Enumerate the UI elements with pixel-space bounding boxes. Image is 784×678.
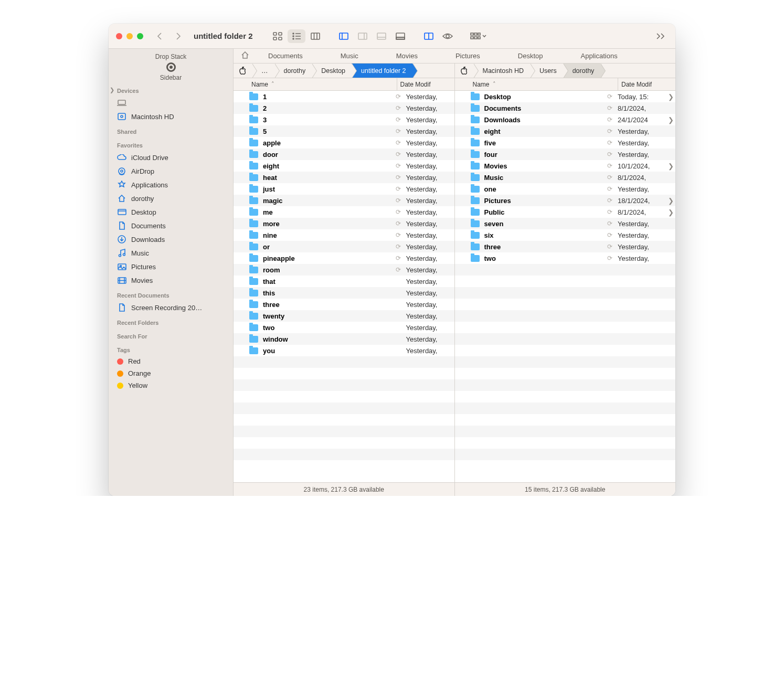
sidebar-item[interactable]: Downloads — [109, 232, 233, 246]
arrange-button[interactable] — [467, 29, 490, 43]
file-list-right[interactable]: Desktop⟳Today, 15:❯Documents⟳8/1/2024,Do… — [455, 91, 676, 482]
dual-pane-toggle[interactable] — [420, 29, 438, 43]
sidebar-item[interactable]: Screen Recording 20… — [109, 301, 233, 314]
file-row[interactable]: windowYesterday, — [234, 333, 454, 345]
quicklook-icon[interactable] — [439, 29, 457, 43]
view-icons[interactable] — [269, 29, 287, 43]
panel-bottom[interactable] — [391, 29, 409, 43]
file-row — [234, 414, 454, 426]
folder-icon — [471, 197, 481, 204]
file-row[interactable]: door⟳Yesterday, — [234, 149, 454, 160]
file-row[interactable]: apple⟳Yesterday, — [234, 137, 454, 149]
sidebar-item[interactable] — [109, 96, 233, 110]
sidebar-item[interactable]: dorothy — [109, 192, 233, 205]
column-header[interactable]: Name˄ Date Modif — [234, 78, 454, 91]
drop-stack-icon[interactable] — [166, 62, 176, 72]
tab-item[interactable]: Music — [341, 52, 358, 60]
back-button[interactable] — [153, 29, 166, 43]
file-row[interactable]: 1⟳Yesterday, — [234, 91, 454, 102]
file-row[interactable]: pineapple⟳Yesterday, — [234, 252, 454, 264]
file-row[interactable]: just⟳Yesterday, — [234, 183, 454, 195]
tab-item[interactable]: Desktop — [518, 52, 543, 60]
file-row[interactable]: seven⟳Yesterday, — [455, 218, 676, 229]
file-row[interactable]: 2⟳Yesterday, — [234, 102, 454, 114]
minimize-button[interactable] — [126, 33, 133, 39]
file-row[interactable]: nine⟳Yesterday, — [234, 229, 454, 241]
breadcrumb-item[interactable]: Macintosh HD — [473, 63, 531, 78]
file-list-left[interactable]: 1⟳Yesterday,2⟳Yesterday,3⟳Yesterday,5⟳Ye… — [234, 91, 454, 482]
tab-item[interactable]: Applications — [581, 52, 618, 60]
sidebar-item[interactable]: Movies — [109, 273, 233, 287]
file-row[interactable]: thatYesterday, — [234, 276, 454, 287]
sidebar-item[interactable]: AirDrop — [109, 164, 233, 178]
sidebar-collapse-icon[interactable]: ❯ — [110, 87, 114, 93]
breadcrumb-item[interactable]: dorothy — [274, 63, 312, 78]
tab-item[interactable]: Movies — [396, 52, 418, 60]
sidebar-item[interactable]: Pictures — [109, 260, 233, 273]
file-row[interactable]: Pictures⟳18/1/2024,❯ — [455, 195, 676, 206]
date-modified: Yesterday, — [403, 278, 454, 285]
close-button[interactable] — [116, 33, 122, 39]
tab-item[interactable]: Documents — [268, 52, 303, 60]
date-modified: Yesterday, — [615, 185, 666, 193]
file-row[interactable]: Public⟳8/1/2024,❯ — [455, 206, 676, 218]
file-row[interactable]: six⟳Yesterday, — [455, 229, 676, 241]
file-row[interactable]: Music⟳8/1/2024, — [455, 172, 676, 183]
file-row[interactable]: Movies⟳10/1/2024,❯ — [455, 160, 676, 172]
sidebar-item[interactable]: Macintosh HD — [109, 110, 233, 123]
apple-icon[interactable] — [234, 63, 252, 78]
tag-item[interactable]: Orange — [109, 367, 233, 379]
file-row[interactable]: twoYesterday, — [234, 322, 454, 333]
file-row[interactable]: more⟳Yesterday, — [234, 218, 454, 229]
file-name: Public — [484, 208, 606, 216]
file-row[interactable]: three⟳Yesterday, — [455, 241, 676, 252]
file-row[interactable]: youYesterday, — [234, 345, 454, 356]
sidebar-item[interactable]: iCloud Drive — [109, 151, 233, 164]
file-row[interactable]: Desktop⟳Today, 15:❯ — [455, 91, 676, 102]
apple-icon[interactable] — [455, 63, 473, 78]
file-row[interactable]: threeYesterday, — [234, 299, 454, 310]
panel-bottom-dim[interactable] — [373, 29, 390, 43]
file-row[interactable]: heat⟳Yesterday, — [234, 172, 454, 183]
file-row[interactable]: 3⟳Yesterday, — [234, 114, 454, 125]
folder-icon — [249, 278, 260, 285]
file-row[interactable]: room⟳Yesterday, — [234, 264, 454, 276]
breadcrumb-item[interactable]: Desktop — [312, 63, 352, 78]
file-row[interactable]: five⟳Yesterday, — [455, 137, 676, 149]
file-row[interactable]: Documents⟳8/1/2024, — [455, 102, 676, 114]
file-row[interactable]: two⟳Yesterday, — [455, 252, 676, 264]
sidebar-item[interactable]: Desktop — [109, 205, 233, 219]
date-modified: Yesterday, — [615, 139, 666, 147]
tag-item[interactable]: Red — [109, 355, 233, 367]
tag-item[interactable]: Yellow — [109, 379, 233, 391]
panel-mid[interactable] — [354, 29, 372, 43]
folder-icon — [249, 197, 260, 204]
file-row[interactable]: magic⟳Yesterday, — [234, 195, 454, 206]
home-icon[interactable] — [241, 51, 249, 60]
sidebar-item-label: Desktop — [131, 208, 156, 216]
view-columns[interactable] — [306, 29, 324, 43]
file-row[interactable]: eight⟳Yesterday, — [234, 160, 454, 172]
forward-button[interactable] — [172, 29, 185, 43]
sidebar-item[interactable]: Documents — [109, 219, 233, 232]
file-row[interactable]: me⟳Yesterday, — [234, 206, 454, 218]
file-row[interactable]: one⟳Yesterday, — [455, 183, 676, 195]
file-name: three — [263, 301, 394, 309]
tab-item[interactable]: Pictures — [455, 52, 480, 60]
sidebar-item[interactable]: Music — [109, 246, 233, 260]
file-row[interactable]: 5⟳Yesterday, — [234, 125, 454, 137]
column-header[interactable]: Name˄ Date Modif — [455, 78, 676, 91]
file-row[interactable]: eight⟳Yesterday, — [455, 125, 676, 137]
breadcrumb-item[interactable]: dorothy — [563, 63, 601, 78]
file-row[interactable]: twentyYesterday, — [234, 310, 454, 322]
file-row[interactable]: or⟳Yesterday, — [234, 241, 454, 252]
toolbar-overflow[interactable] — [654, 33, 668, 39]
file-row[interactable]: thisYesterday, — [234, 287, 454, 299]
breadcrumb-item[interactable]: untitled folder 2 — [352, 63, 412, 78]
sidebar-item[interactable]: Applications — [109, 178, 233, 192]
zoom-button[interactable] — [137, 33, 143, 39]
sidebar-toggle[interactable] — [335, 29, 353, 43]
file-row[interactable]: four⟳Yesterday, — [455, 149, 676, 160]
view-list[interactable] — [288, 29, 305, 43]
file-row[interactable]: Downloads⟳24/1/2024❯ — [455, 114, 676, 125]
